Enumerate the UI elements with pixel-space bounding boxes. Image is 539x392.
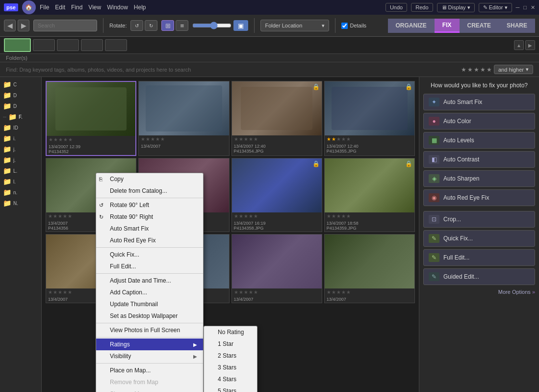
- sidebar-item-n2[interactable]: 📁 N.: [0, 198, 41, 209]
- photo-cell-1[interactable]: ★★★★★ 13/4/2007 12:39P4134352: [46, 81, 136, 156]
- star-5[interactable]: ★: [487, 66, 492, 73]
- sidebar-item-f[interactable]: ─ 📁 F.: [0, 111, 41, 122]
- auto-contrast-label: Auto Contrast: [443, 156, 479, 163]
- auto-sharpen-button[interactable]: ◈ Auto Sharpen: [423, 170, 535, 187]
- editor-button[interactable]: ✎ Editor ▾: [479, 3, 512, 12]
- cm-add-caption[interactable]: Add Caption...: [96, 287, 203, 298]
- photo-cell-2[interactable]: ★★★★★ 13/4/2007: [138, 81, 229, 156]
- cm-view-fullscreen[interactable]: View Photos in Full Screen: [96, 324, 203, 336]
- search-input[interactable]: [33, 20, 97, 31]
- sidebar-item-l1[interactable]: 📁 L.: [0, 165, 41, 176]
- sidebar-item-l2[interactable]: 📁 l.: [0, 176, 41, 187]
- auto-contrast-button[interactable]: ◧ Auto Contrast: [423, 151, 535, 168]
- zoom-confirm-button[interactable]: ▣: [233, 20, 248, 31]
- forward-button[interactable]: ▶: [18, 20, 29, 31]
- tab-share[interactable]: SHARE: [499, 19, 535, 33]
- cm-copy[interactable]: ⎘ Copy: [96, 173, 203, 185]
- sidebar-item-id[interactable]: 📁 ID: [0, 122, 41, 133]
- rotate-right-button[interactable]: ↻: [145, 20, 157, 31]
- cm-place-on-map[interactable]: Place on Map...: [96, 365, 203, 376]
- minimize-btn[interactable]: ─: [516, 4, 520, 10]
- strip-scroll-right-btn[interactable]: ▶: [525, 40, 535, 50]
- display-button[interactable]: 🖥 Display ▾: [437, 3, 475, 12]
- menu-help[interactable]: Help: [134, 4, 146, 11]
- home-icon[interactable]: 🏠: [22, 0, 36, 14]
- cm-ratings[interactable]: ★ Ratings ▶: [96, 339, 203, 350]
- cm-update-thumbnail[interactable]: Update Thumbnail: [96, 298, 203, 310]
- photo-cell-7[interactable]: 🔒 ★★★★★ 13/4/2007 16:19P4134358.JPG: [231, 158, 322, 232]
- menu-window[interactable]: Window: [107, 4, 128, 11]
- photo-cell-4[interactable]: 🔒 ★★★★★ 13/4/2007 12:40P4134355.JPG: [324, 81, 415, 156]
- tab-organize[interactable]: ORGANIZE: [388, 19, 435, 33]
- sidebar-item-d1[interactable]: 📁 D: [0, 90, 41, 101]
- strip-thumbnail-4[interactable]: [105, 39, 127, 51]
- photo-cell-3[interactable]: 🔒 ★★★★★ 13/4/2007 12:40P4134354.JPG: [231, 81, 322, 156]
- menu-view[interactable]: View: [88, 4, 101, 11]
- strip-thumbnail-1[interactable]: [33, 39, 55, 51]
- search-hint-text: Find: Drag keyword tags, albums, photos,…: [6, 67, 191, 73]
- rating-no-rating[interactable]: No Rating: [204, 326, 257, 338]
- cm-delete[interactable]: Delete from Catalog...: [96, 185, 203, 197]
- crop-button[interactable]: ⊡ Crop...: [423, 211, 535, 228]
- auto-color-button[interactable]: ● Auto Color: [423, 113, 535, 130]
- star-rating-filter[interactable]: ★ ★ ★ ★ ★: [461, 66, 492, 73]
- grid-view-button[interactable]: ⊞: [161, 20, 174, 31]
- menu-find[interactable]: Find: [71, 4, 82, 11]
- auto-red-eye-fix-button[interactable]: ◉ Auto Red Eye Fix: [423, 189, 535, 206]
- list-view-button[interactable]: ≡: [176, 20, 188, 31]
- strip-thumbnail-3[interactable]: [81, 39, 103, 51]
- cm-quick-fix[interactable]: Quick Fix...: [96, 249, 203, 261]
- rotate-left-button[interactable]: ↺: [130, 20, 143, 31]
- more-options-link[interactable]: More Options »: [423, 289, 535, 295]
- cm-auto-smart-fix[interactable]: Auto Smart Fix: [96, 223, 203, 235]
- cm-adjust-date[interactable]: Adjust Date and Time...: [96, 275, 203, 287]
- folder-icon: 📁: [3, 134, 11, 142]
- strip-thumbnail-active[interactable]: [4, 38, 31, 52]
- redo-button[interactable]: Redo: [411, 3, 433, 12]
- star-2[interactable]: ★: [467, 66, 473, 73]
- cm-desktop-wallpaper[interactable]: Set as Desktop Wallpaper: [96, 310, 203, 322]
- strip-collapse-btn[interactable]: ▲: [514, 40, 524, 50]
- menu-file[interactable]: File: [40, 4, 49, 11]
- photo-cell-8[interactable]: 🔒 ★★★★★ 13/4/2007 18:58P4134359.JPG: [324, 158, 415, 232]
- sidebar-item-j2[interactable]: 📁 j.: [0, 155, 41, 165]
- undo-button[interactable]: Undo: [385, 3, 407, 12]
- back-button[interactable]: ◀: [4, 20, 16, 31]
- rating-2-stars[interactable]: 2 Stars: [204, 350, 257, 362]
- photo-cell-11[interactable]: ★★★★★ 13/4/2007: [231, 234, 322, 303]
- guided-edit-button[interactable]: ✎ Guided Edit...: [423, 268, 535, 285]
- star-4[interactable]: ★: [480, 66, 486, 73]
- menu-edit[interactable]: Edit: [55, 4, 65, 11]
- main-toolbar: ◀ ▶ Rotate: ↺ ↻ ⊞ ≡ ▣ Folder Location ▾ …: [0, 15, 539, 37]
- photo-cell-12[interactable]: ★★★★★ 13/4/2007: [324, 234, 415, 303]
- sidebar-item-j1[interactable]: 📁 j.: [0, 144, 41, 155]
- star-3[interactable]: ★: [474, 66, 479, 73]
- rating-5-stars[interactable]: 5 Stars: [204, 385, 257, 392]
- tab-create[interactable]: CREATE: [460, 19, 499, 33]
- maximize-btn[interactable]: □: [523, 4, 527, 10]
- full-edit-button[interactable]: ✎ Full Edit...: [423, 249, 535, 266]
- cm-full-edit[interactable]: Full Edit...: [96, 261, 203, 272]
- cm-rotate-left[interactable]: ↺ Rotate 90° Left: [96, 199, 203, 211]
- star-1[interactable]: ★: [461, 66, 466, 73]
- tab-fix[interactable]: FIX: [435, 19, 460, 33]
- sidebar-item-c[interactable]: 📁 C: [0, 79, 41, 90]
- details-checkbox[interactable]: [341, 23, 348, 29]
- sidebar-item-d2[interactable]: 📁 D: [0, 101, 41, 111]
- cm-rotate-right[interactable]: ↻ Rotate 90° Right: [96, 211, 203, 223]
- rating-1-star[interactable]: 1 Star: [204, 338, 257, 350]
- sidebar-item-i[interactable]: 📁 i.: [0, 133, 41, 144]
- cm-auto-red-eye[interactable]: Auto Red Eye Fix: [96, 235, 203, 246]
- strip-thumbnail-2[interactable]: [57, 39, 79, 51]
- rating-3-stars[interactable]: 3 Stars: [204, 362, 257, 373]
- and-higher-dropdown[interactable]: and higher ▾: [494, 65, 533, 74]
- sidebar-item-n1[interactable]: 📁 n.: [0, 187, 41, 198]
- auto-smart-fix-button[interactable]: ✦ Auto Smart Fix: [423, 94, 535, 110]
- cm-visibility[interactable]: Visibility ▶: [96, 350, 203, 362]
- auto-levels-button[interactable]: ▦ Auto Levels: [423, 132, 535, 149]
- zoom-slider[interactable]: [192, 22, 231, 29]
- quick-fix-button[interactable]: ✎ Quick Fix...: [423, 230, 535, 247]
- rating-4-stars[interactable]: 4 Stars: [204, 373, 257, 385]
- close-btn[interactable]: ✕: [531, 4, 535, 11]
- folder-location-dropdown[interactable]: Folder Location ▾: [260, 20, 329, 31]
